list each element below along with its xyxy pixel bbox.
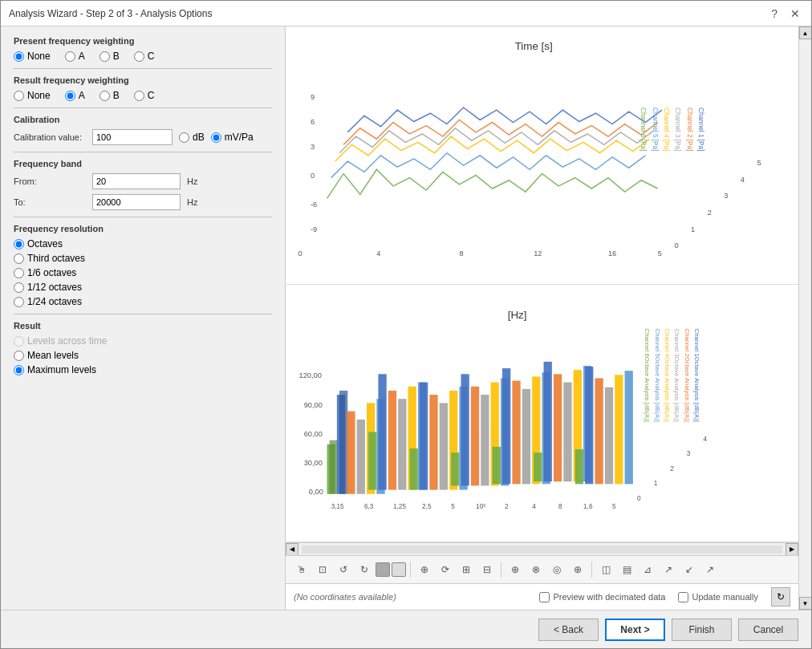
result-a-radio[interactable]: A <box>65 90 85 101</box>
calibration-value-input[interactable] <box>92 129 173 145</box>
result-freq-weighting-title: Result frequency weighting <box>14 75 272 85</box>
freq-from-input[interactable] <box>92 173 181 189</box>
toolbar-more8-btn[interactable]: ↗ <box>659 560 678 579</box>
cancel-button[interactable]: Cancel <box>738 619 798 641</box>
svg-rect-87 <box>575 449 583 484</box>
svg-text:3: 3 <box>687 450 691 457</box>
resolution-sixth-radio[interactable]: 1/6 octaves <box>14 267 272 278</box>
back-button[interactable]: < Back <box>538 619 599 641</box>
resolution-third-radio[interactable]: Third octaves <box>14 253 272 264</box>
svg-rect-82 <box>544 361 552 481</box>
toolbar-select-btn[interactable]: 🖱 <box>292 560 311 579</box>
calibration-title: Calibration <box>14 115 272 124</box>
svg-rect-57 <box>368 432 376 489</box>
toolbar-zoom-btn[interactable]: ⊡ <box>313 560 332 579</box>
toolbar-more6-btn[interactable]: ▤ <box>617 560 636 579</box>
svg-text:16: 16 <box>608 250 616 258</box>
result-b-radio[interactable]: B <box>99 90 120 101</box>
svg-text:0,00: 0,00 <box>309 487 323 495</box>
update-manually-label: Update manually <box>692 592 758 602</box>
present-a-radio[interactable]: A <box>65 51 85 62</box>
present-none-radio[interactable]: None <box>14 51 51 62</box>
svg-rect-50 <box>330 440 338 493</box>
help-button[interactable]: ? <box>768 7 781 20</box>
toolbar-more9-btn[interactable]: ↙ <box>680 560 699 579</box>
result-c-radio[interactable]: C <box>134 90 155 101</box>
svg-text:3,15: 3,15 <box>331 503 344 510</box>
freq-from-label: From: <box>14 176 86 186</box>
svg-text:2: 2 <box>505 503 509 510</box>
toolbar-undo-btn[interactable]: ↺ <box>334 560 353 579</box>
preview-decimated-checkbox[interactable]: Preview with decimated data <box>539 592 665 602</box>
svg-text:1: 1 <box>691 225 695 233</box>
svg-rect-81 <box>534 452 542 481</box>
toolbar-redo-btn[interactable]: ↻ <box>355 560 374 579</box>
toolbar-measure-btn[interactable]: ⊞ <box>457 560 476 579</box>
svg-rect-71 <box>471 386 479 485</box>
svg-text:10³: 10³ <box>476 503 485 510</box>
toolbar-more10-btn[interactable]: ↗ <box>700 560 720 579</box>
resolution-octaves-radio[interactable]: Octaves <box>14 238 272 249</box>
present-c-radio[interactable]: C <box>134 51 155 62</box>
charts-column: Time [s] 0 4 8 12 16 5 -9 -6 0 <box>286 26 798 610</box>
svg-rect-59 <box>388 390 396 489</box>
time-chart-container: Time [s] 0 4 8 12 16 5 -9 -6 0 <box>286 26 798 285</box>
svg-rect-0 <box>286 33 798 277</box>
toolbar-more5-btn[interactable]: ◫ <box>596 560 615 579</box>
svg-text:1: 1 <box>654 480 658 487</box>
svg-text:0: 0 <box>637 494 641 501</box>
left-panel: Present frequency weighting None A B C R… <box>1 26 286 610</box>
svg-rect-69 <box>451 452 459 485</box>
svg-text:Channel 3Octave Analysis [dB(A: Channel 3Octave Analysis [dB(A)] <box>673 328 680 421</box>
vertical-scrollbar: ▲ ▼ <box>798 26 811 610</box>
toolbar-rotate-btn[interactable]: ⟳ <box>436 560 455 579</box>
result-across-time-radio[interactable]: Levels across time <box>14 335 272 347</box>
svg-text:2: 2 <box>708 209 712 217</box>
svg-text:5: 5 <box>451 503 455 510</box>
next-button[interactable]: Next > <box>605 619 665 641</box>
finish-button[interactable]: Finish <box>672 619 732 641</box>
toolbar-more1-btn[interactable]: ⊕ <box>505 560 525 579</box>
toolbar-cursor-btn[interactable]: ⊟ <box>477 560 497 579</box>
resolution-24th-radio[interactable]: 1/24 octaves <box>14 296 272 307</box>
toolbar-color1-btn[interactable] <box>376 562 390 577</box>
freq-resolution-group: Octaves Third octaves 1/6 octaves 1/12 o… <box>14 238 272 307</box>
dialog-window: Analysis Wizard - Step 2 of 3 - Analysis… <box>0 0 812 649</box>
calibration-db-radio[interactable]: dB <box>179 132 205 143</box>
toolbar-more4-btn[interactable]: ⊕ <box>568 560 587 579</box>
freq-from-row: From: Hz <box>14 173 272 189</box>
present-freq-weighting-group: None A B C <box>14 51 272 62</box>
svg-text:4: 4 <box>376 250 380 258</box>
update-manually-checkbox[interactable]: Update manually <box>678 592 758 602</box>
toolbar-pan-btn[interactable]: ⊕ <box>415 560 434 579</box>
svg-text:0: 0 <box>674 241 678 249</box>
svg-text:Channel 4 [Pa]: Channel 4 [Pa] <box>663 107 670 151</box>
calibration-mvpa-radio[interactable]: mV/Pa <box>211 132 254 143</box>
scroll-left-arrow[interactable]: ◀ <box>286 543 298 556</box>
toolbar-more2-btn[interactable]: ⊗ <box>526 560 546 579</box>
result-none-radio[interactable]: None <box>14 90 51 101</box>
toolbar-color2-btn[interactable] <box>392 562 406 577</box>
right-panel: Time [s] 0 4 8 12 16 5 -9 -6 0 <box>286 26 811 610</box>
toolbar-more3-btn[interactable]: ◎ <box>547 560 566 579</box>
present-freq-weighting-title: Present frequency weighting <box>14 36 272 46</box>
scroll-down-arrow[interactable]: ▼ <box>799 597 812 610</box>
horizontal-scrollbar[interactable]: ◀ ▶ <box>286 542 798 555</box>
result-mean-radio[interactable]: Mean levels <box>14 350 272 361</box>
freq-from-unit: Hz <box>187 176 197 186</box>
toolbar-more7-btn[interactable]: ⊿ <box>638 560 657 579</box>
result-maximum-radio[interactable]: Maximum levels <box>14 364 272 375</box>
scroll-up-arrow[interactable]: ▲ <box>799 26 812 39</box>
present-b-radio[interactable]: B <box>99 51 120 62</box>
result-group: Levels across time Mean levels Maximum l… <box>14 335 272 375</box>
close-button[interactable]: ✕ <box>787 7 803 20</box>
scroll-right-arrow[interactable]: ▶ <box>786 543 798 556</box>
resolution-twelfth-radio[interactable]: 1/12 octaves <box>14 282 272 293</box>
svg-text:Channel 3 [Pa]: Channel 3 [Pa] <box>674 107 681 151</box>
svg-rect-89 <box>595 378 603 484</box>
svg-rect-83 <box>554 374 562 481</box>
refresh-button[interactable]: ↻ <box>771 587 790 606</box>
svg-rect-84 <box>563 382 571 481</box>
freq-to-input[interactable] <box>92 194 181 210</box>
svg-rect-76 <box>502 368 510 484</box>
